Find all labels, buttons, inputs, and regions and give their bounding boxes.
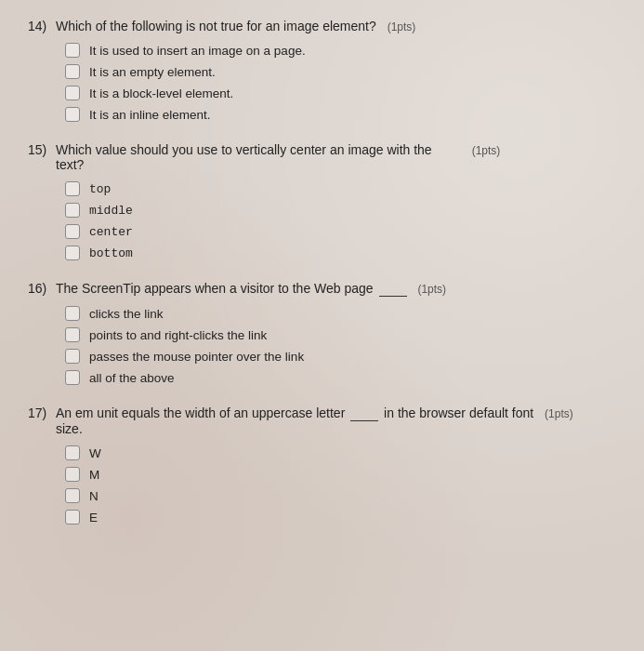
q17-option-b[interactable]: M — [65, 467, 616, 482]
q16-label-c: passes the mouse pointer over the link — [89, 350, 304, 364]
q14-number: 14) — [28, 19, 56, 33]
q16-option-b[interactable]: points to and right-clicks the link — [65, 327, 616, 342]
question-15: 15) Which value should you use to vertic… — [28, 142, 616, 260]
q17-checkbox-d[interactable] — [65, 510, 80, 525]
q14-checkbox-d[interactable] — [65, 107, 80, 122]
q15-option-d[interactable]: bottom — [65, 246, 616, 260]
q16-checkbox-a[interactable] — [65, 306, 80, 321]
q17-option-a[interactable]: W — [65, 445, 616, 460]
q16-text: The ScreenTip appears when a visitor to … — [56, 281, 616, 297]
q17-number: 17) — [28, 405, 56, 420]
q15-option-a[interactable]: top — [65, 181, 616, 196]
q17-text: An em unit equals the width of an upperc… — [56, 405, 616, 436]
q14-option-d[interactable]: It is an inline element. — [65, 107, 616, 122]
q14-checkbox-a[interactable] — [65, 43, 80, 58]
q17-checkbox-b[interactable] — [65, 467, 80, 482]
q15-option-b[interactable]: middle — [65, 203, 616, 218]
q14-checkbox-c[interactable] — [65, 86, 80, 100]
q16-label-b: points to and right-clicks the link — [89, 328, 267, 342]
q14-label-d: It is an inline element. — [89, 108, 211, 122]
q16-checkbox-b[interactable] — [65, 327, 80, 342]
q14-label-b: It is an empty element. — [89, 65, 216, 79]
q16-checkbox-c[interactable] — [65, 349, 80, 364]
q16-options: clicks the link points to and right-clic… — [65, 306, 616, 385]
q15-text: Which value should you use to vertically… — [56, 142, 616, 172]
q17-points: (1pts) — [545, 407, 573, 420]
question-16: 16) The ScreenTip appears when a visitor… — [28, 281, 616, 385]
q15-checkbox-b[interactable] — [65, 203, 80, 218]
question-14: 14) Which of the following is not true f… — [28, 19, 616, 122]
q17-label-a: W — [89, 446, 101, 460]
q17-label-b: M — [89, 468, 99, 482]
q16-points: (1pts) — [417, 283, 446, 296]
q14-option-b[interactable]: It is an empty element. — [65, 64, 616, 79]
q17-checkbox-a[interactable] — [65, 445, 80, 460]
q15-checkbox-d[interactable] — [65, 246, 80, 260]
q16-label-a: clicks the link — [89, 307, 164, 321]
q15-label-a: top — [89, 182, 111, 196]
q16-option-c[interactable]: passes the mouse pointer over the link — [65, 349, 616, 364]
q15-options: top middle center bottom — [65, 181, 616, 260]
q15-checkbox-c[interactable] — [65, 224, 80, 239]
q15-label-c: center — [89, 225, 133, 239]
q16-option-d[interactable]: all of the above — [65, 370, 616, 385]
q16-blank — [379, 281, 407, 297]
q17-option-c[interactable]: N — [65, 488, 616, 503]
q17-blank — [350, 405, 378, 421]
q14-text: Which of the following is not true for a… — [56, 19, 616, 33]
q15-points: (1pts) — [472, 144, 501, 157]
question-17: 17) An em unit equals the width of an up… — [28, 405, 616, 525]
q16-label-d: all of the above — [89, 371, 175, 385]
q15-label-d: bottom — [89, 246, 133, 260]
q16-option-a[interactable]: clicks the link — [65, 306, 616, 321]
q17-options: W M N E — [65, 445, 616, 525]
q14-options: It is used to insert an image on a page.… — [65, 43, 616, 122]
q14-label-a: It is used to insert an image on a page. — [89, 44, 306, 58]
q14-option-c[interactable]: It is a block-level element. — [65, 86, 616, 100]
q14-checkbox-b[interactable] — [65, 64, 80, 79]
q17-label-d: E — [89, 511, 98, 525]
q16-checkbox-d[interactable] — [65, 370, 80, 385]
q14-option-a[interactable]: It is used to insert an image on a page. — [65, 43, 616, 58]
q15-checkbox-a[interactable] — [65, 181, 80, 196]
q14-label-c: It is a block-level element. — [89, 86, 233, 100]
q17-checkbox-c[interactable] — [65, 488, 80, 503]
q15-option-c[interactable]: center — [65, 224, 616, 239]
q14-points: (1pts) — [388, 20, 416, 33]
q15-label-b: middle — [89, 204, 133, 218]
q15-number: 15) — [28, 142, 56, 157]
q17-option-d[interactable]: E — [65, 510, 616, 525]
q16-number: 16) — [28, 281, 56, 296]
q17-label-c: N — [89, 489, 99, 503]
